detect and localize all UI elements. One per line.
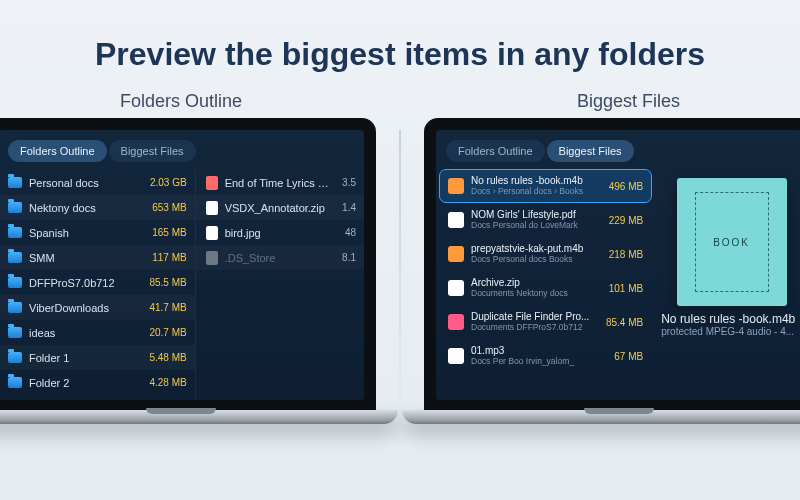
folder-icon xyxy=(8,377,22,388)
file-row[interactable]: VSDX_Annotator.zip1.4 xyxy=(196,195,364,220)
file-ext: 3.5 xyxy=(330,177,356,188)
file-icon xyxy=(206,201,218,215)
folder-name: ViberDownloads xyxy=(29,302,133,314)
folder-size: 5.48 MB xyxy=(133,352,187,363)
file-name: bird.jpg xyxy=(225,227,330,239)
folder-row[interactable]: Folder 15.48 MB xyxy=(0,345,195,370)
file-path: Docs › Personal docs › Books xyxy=(471,187,603,197)
file-ext: 48 xyxy=(330,227,356,238)
file-path: Docs Personal docs Books xyxy=(471,255,603,265)
subheadings: Folders Outline Biggest Files xyxy=(0,91,800,118)
subhead-left: Folders Outline xyxy=(120,91,242,112)
file-title: Archive.zip xyxy=(471,277,603,289)
file-path: Docs Per Boo Irvin_yalom_ xyxy=(471,357,608,367)
file-thumb-icon xyxy=(448,314,464,330)
folder-icon xyxy=(8,327,22,338)
tabs-right: Folders Outline Biggest Files xyxy=(436,130,800,170)
folder-list: Personal docs2.03 GBNektony docs653 MBSp… xyxy=(0,170,195,400)
tabs-left: Folders Outline Biggest Files xyxy=(0,130,364,170)
file-thumb-icon xyxy=(448,178,464,194)
folder-name: Folder 1 xyxy=(29,352,133,364)
folder-name: Nektony docs xyxy=(29,202,133,214)
folder-name: Personal docs xyxy=(29,177,133,189)
file-title: No rules rules -book.m4b xyxy=(471,175,603,187)
file-thumb-icon xyxy=(448,348,464,364)
preview-title: No rules rules -book.m4b xyxy=(661,312,800,326)
folder-name: ideas xyxy=(29,327,133,339)
file-row[interactable]: bird.jpg48 xyxy=(196,220,364,245)
file-name: VSDX_Annotator.zip xyxy=(225,202,330,214)
folder-icon xyxy=(8,202,22,213)
folder-icon xyxy=(8,352,22,363)
laptop-left: Folders Outline Biggest Files Personal d… xyxy=(0,118,376,412)
biggest-file-row[interactable]: prepyatstvie-kak-put.m4bDocs Personal do… xyxy=(440,238,651,270)
headline: Preview the biggest items in any folders xyxy=(0,0,800,91)
folder-name: SMM xyxy=(29,252,133,264)
folder-size: 2.03 GB xyxy=(133,177,187,188)
laptop-base-right xyxy=(402,410,800,424)
folder-size: 20.7 MB xyxy=(133,327,187,338)
folder-row[interactable]: Spanish165 MB xyxy=(0,220,195,245)
folder-size: 4.28 MB xyxy=(133,377,187,388)
folder-row[interactable]: Personal docs2.03 GB xyxy=(0,170,195,195)
biggest-file-row[interactable]: No rules rules -book.m4bDocs › Personal … xyxy=(440,170,651,202)
folder-icon xyxy=(8,277,22,288)
tab-folders-outline-r[interactable]: Folders Outline xyxy=(446,140,545,162)
file-row[interactable]: .DS_Store8.1 xyxy=(196,245,364,270)
file-path: Documents DFFProS7.0b712 xyxy=(471,323,600,333)
screen-biggest-files: Folders Outline Biggest Files No rules r… xyxy=(436,130,800,400)
tab-folders-outline[interactable]: Folders Outline xyxy=(8,140,107,162)
preview-cover-text: BOOK xyxy=(713,237,750,248)
tab-biggest-files-r[interactable]: Biggest Files xyxy=(547,140,634,162)
file-title: NOM Girls' Lifestyle.pdf xyxy=(471,209,603,221)
biggest-file-row[interactable]: Duplicate File Finder Pro...Documents DF… xyxy=(440,306,651,338)
biggest-files-list: No rules rules -book.m4bDocs › Personal … xyxy=(436,170,655,400)
file-title: Duplicate File Finder Pro... xyxy=(471,311,600,323)
file-size: 496 MB xyxy=(603,181,643,192)
file-size: 218 MB xyxy=(603,249,643,260)
folder-icon xyxy=(8,227,22,238)
preview-meta: protected MPEG-4 audio - 4... xyxy=(661,326,800,337)
folder-row[interactable]: ideas20.7 MB xyxy=(0,320,195,345)
file-name: End of Time Lyrics -... xyxy=(225,177,330,189)
file-size: 229 MB xyxy=(603,215,643,226)
folder-row[interactable]: SMM117 MB xyxy=(0,245,195,270)
file-name: .DS_Store xyxy=(225,252,330,264)
file-ext: 8.1 xyxy=(330,252,356,263)
file-size: 67 MB xyxy=(608,351,643,362)
file-title: 01.mp3 xyxy=(471,345,608,357)
file-ext: 1.4 xyxy=(330,202,356,213)
subhead-right: Biggest Files xyxy=(577,91,680,112)
folder-name: DFFProS7.0b712 xyxy=(29,277,133,289)
file-size: 85.4 MB xyxy=(600,317,643,328)
folder-size: 653 MB xyxy=(133,202,187,213)
folder-row[interactable]: ViberDownloads41.7 MB xyxy=(0,295,195,320)
biggest-file-row[interactable]: Archive.zipDocuments Nektony docs101 MB xyxy=(440,272,651,304)
file-thumb-icon xyxy=(448,280,464,296)
file-size: 101 MB xyxy=(603,283,643,294)
file-title: prepyatstvie-kak-put.m4b xyxy=(471,243,603,255)
folder-name: Folder 2 xyxy=(29,377,133,389)
biggest-file-row[interactable]: NOM Girls' Lifestyle.pdfDocs Personal do… xyxy=(440,204,651,236)
folder-row[interactable]: Nektony docs653 MB xyxy=(0,195,195,220)
file-row[interactable]: End of Time Lyrics -...3.5 xyxy=(196,170,364,195)
file-icon xyxy=(206,176,218,190)
laptop-base-left xyxy=(0,410,398,424)
tab-biggest-files[interactable]: Biggest Files xyxy=(109,140,196,162)
preview-cover: BOOK xyxy=(677,178,787,306)
file-thumb-icon xyxy=(448,212,464,228)
file-thumb-icon xyxy=(448,246,464,262)
folder-size: 117 MB xyxy=(133,252,187,263)
folder-name: Spanish xyxy=(29,227,133,239)
file-path: Documents Nektony docs xyxy=(471,289,603,299)
folder-icon xyxy=(8,302,22,313)
file-list: End of Time Lyrics -...3.5VSDX_Annotator… xyxy=(195,170,364,400)
folder-row[interactable]: Folder 24.28 MB xyxy=(0,370,195,395)
folder-icon xyxy=(8,177,22,188)
file-icon xyxy=(206,251,218,265)
preview-pane: BOOK No rules rules -book.m4b protected … xyxy=(655,170,800,400)
biggest-file-row[interactable]: 01.mp3Docs Per Boo Irvin_yalom_67 MB xyxy=(440,340,651,372)
file-path: Docs Personal do LoveMark xyxy=(471,221,603,231)
laptop-right: Folders Outline Biggest Files No rules r… xyxy=(424,118,800,412)
folder-row[interactable]: DFFProS7.0b71285.5 MB xyxy=(0,270,195,295)
